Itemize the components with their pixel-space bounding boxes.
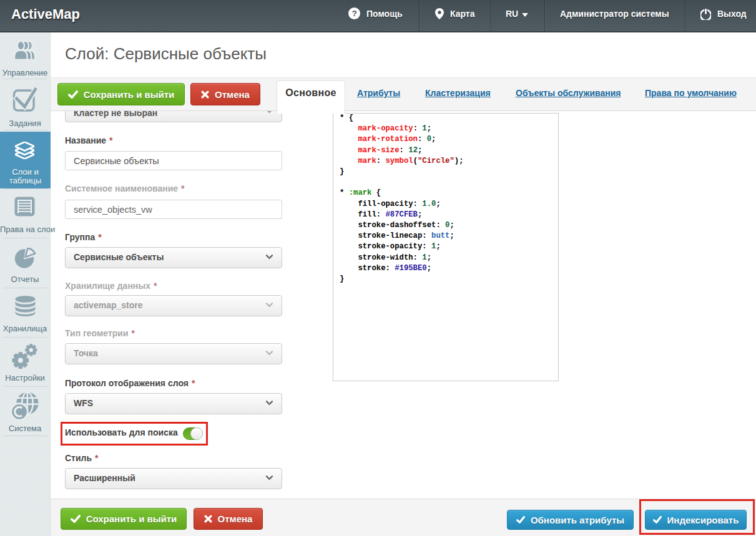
svg-text:?: ? [351, 9, 356, 18]
